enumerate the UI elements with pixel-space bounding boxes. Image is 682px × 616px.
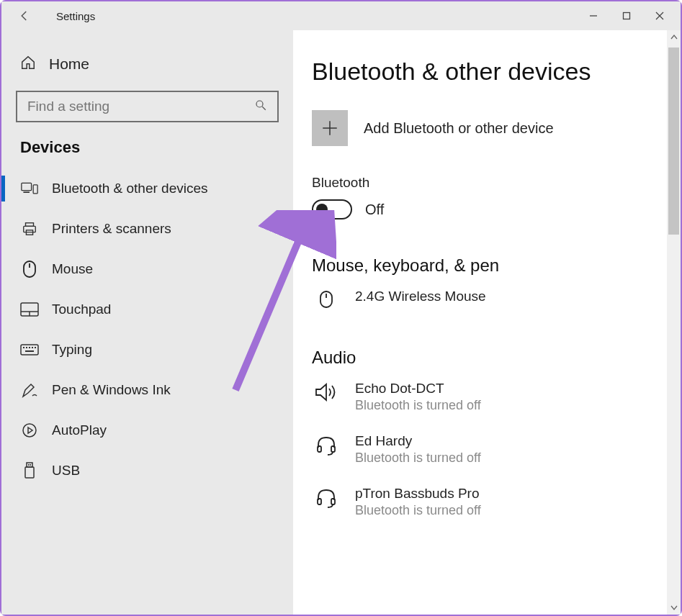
sidebar-item-touchpad[interactable]: Touchpad [16, 289, 279, 330]
pen-icon [20, 381, 39, 399]
svg-rect-1 [624, 13, 630, 19]
svg-rect-17 [26, 347, 27, 348]
arrow-left-icon [18, 9, 31, 22]
sidebar-item-pen-windows-ink[interactable]: Pen & Windows Ink [16, 370, 279, 410]
sidebar-item-typing[interactable]: Typing [16, 330, 279, 370]
add-device-label: Add Bluetooth or other device [364, 120, 554, 137]
device-category-title: Mouse, keyboard, & pen [312, 255, 663, 276]
sidebar-item-label: Touchpad [52, 302, 111, 317]
bluetooth-heading: Bluetooth [312, 175, 663, 191]
svg-rect-8 [24, 226, 36, 232]
scroll-down-button[interactable] [667, 600, 681, 615]
close-icon [655, 12, 664, 20]
autoplay-icon [20, 421, 39, 440]
toggle-knob [316, 204, 328, 215]
chevron-up-icon [670, 34, 678, 41]
scroll-thumb[interactable] [668, 47, 679, 235]
home-link[interactable]: Home [16, 50, 279, 78]
scroll-up-button[interactable] [667, 30, 681, 45]
svg-rect-26 [30, 464, 32, 466]
svg-rect-20 [35, 347, 36, 348]
sidebar-item-mouse[interactable]: Mouse [16, 249, 279, 289]
sidebar-item-label: USB [52, 463, 80, 479]
sidebar-nav: Bluetooth & other devicesPrinters & scan… [16, 168, 279, 491]
svg-rect-31 [318, 499, 321, 504]
minimize-icon [589, 12, 598, 20]
mouse-icon [312, 290, 341, 309]
sidebar-item-label: Typing [52, 342, 92, 358]
sidebar-item-label: Printers & scanners [52, 221, 171, 237]
usb-icon [20, 461, 39, 480]
titlebar: Settings [1, 1, 681, 30]
content-area: Bluetooth & other devices Add Bluetooth … [293, 30, 681, 615]
sidebar-item-usb[interactable]: USB [16, 450, 279, 491]
device-item[interactable]: Echo Dot-DCTBluetooth is turned off [312, 381, 663, 413]
svg-rect-21 [25, 350, 34, 352]
svg-rect-18 [29, 347, 30, 348]
home-icon [20, 55, 36, 73]
add-device-button[interactable]: Add Bluetooth or other device [312, 110, 663, 146]
maximize-button[interactable] [610, 4, 643, 27]
device-status: Bluetooth is turned off [355, 450, 481, 466]
back-button[interactable] [10, 9, 39, 22]
svg-rect-4 [22, 183, 32, 190]
sidebar-item-label: Bluetooth & other devices [52, 181, 208, 196]
bluetooth-devices-icon [20, 179, 39, 198]
touchpad-icon [20, 300, 39, 319]
svg-rect-19 [32, 347, 33, 348]
sidebar-item-printers-scanners[interactable]: Printers & scanners [16, 209, 279, 249]
scrollbar[interactable] [667, 30, 681, 615]
svg-rect-25 [28, 464, 30, 466]
svg-rect-30 [331, 446, 335, 452]
device-category-title: Audio [312, 348, 663, 368]
svg-rect-23 [27, 463, 32, 467]
search-input[interactable] [27, 99, 254, 114]
svg-rect-29 [318, 446, 321, 452]
device-status: Bluetooth is turned off [355, 398, 481, 413]
sidebar-item-autoplay[interactable]: AutoPlay [16, 410, 279, 450]
headset-icon [312, 487, 341, 509]
printer-icon [20, 219, 39, 238]
sidebar-item-label: AutoPlay [52, 422, 107, 438]
search-box[interactable] [16, 91, 279, 122]
device-name: 2.4G Wireless Mouse [355, 289, 486, 304]
sidebar-section-title: Devices [20, 138, 279, 157]
plus-icon [312, 110, 348, 146]
device-item[interactable]: pTron Bassbuds ProBluetooth is turned of… [312, 486, 663, 518]
device-name: pTron Bassbuds Pro [355, 486, 481, 502]
device-status: Bluetooth is turned off [355, 503, 481, 518]
chevron-down-icon [670, 604, 678, 611]
home-label: Home [49, 55, 89, 73]
sidebar: Home Devices Bluetooth & other devicesPr… [1, 30, 293, 615]
search-icon [254, 99, 267, 114]
sidebar-item-label: Pen & Windows Ink [52, 382, 171, 398]
device-name: Ed Hardy [355, 433, 481, 449]
headset-icon [312, 435, 341, 456]
window-title: Settings [56, 10, 95, 22]
settings-window: Settings Home Devices [0, 0, 682, 616]
close-button[interactable] [643, 4, 676, 27]
device-name: Echo Dot-DCT [355, 381, 481, 397]
device-item[interactable]: Ed HardyBluetooth is turned off [312, 433, 663, 466]
speaker-icon [312, 382, 341, 402]
maximize-icon [622, 12, 631, 20]
svg-line-3 [262, 107, 266, 110]
svg-point-22 [23, 424, 36, 437]
svg-rect-5 [23, 191, 30, 193]
svg-rect-16 [23, 347, 24, 348]
sidebar-item-bluetooth-other-devices[interactable]: Bluetooth & other devices [16, 168, 279, 209]
keyboard-icon [20, 340, 39, 359]
device-item[interactable]: 2.4G Wireless Mouse [312, 289, 663, 309]
svg-rect-6 [33, 185, 37, 194]
bluetooth-state: Off [365, 201, 384, 218]
mouse-icon [20, 260, 39, 278]
svg-rect-24 [25, 467, 34, 478]
page-title: Bluetooth & other devices [312, 58, 663, 86]
bluetooth-toggle[interactable] [312, 199, 352, 219]
svg-rect-15 [21, 345, 38, 355]
sidebar-item-label: Mouse [52, 261, 93, 277]
svg-point-2 [256, 101, 263, 107]
svg-rect-32 [331, 499, 335, 504]
minimize-button[interactable] [577, 4, 610, 27]
